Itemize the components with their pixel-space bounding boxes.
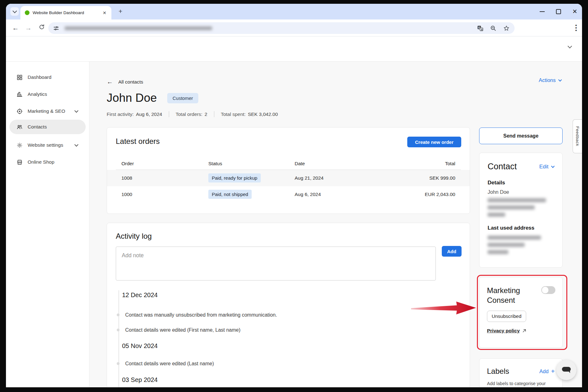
site-settings-icon[interactable]	[53, 25, 59, 31]
sidebar-item-website-settings[interactable]: Website settings	[6, 137, 89, 154]
sidebar-item-contacts[interactable]: Contacts	[9, 120, 86, 134]
marketing-consent-toggle[interactable]	[541, 286, 555, 294]
stat-label: Total spent:	[221, 112, 246, 117]
actions-dropdown[interactable]: Actions	[539, 77, 561, 83]
redacted-url	[65, 26, 212, 30]
toggle-knob	[542, 287, 548, 293]
tab-search-button[interactable]	[10, 7, 19, 16]
stat-label: Total orders:	[176, 112, 202, 117]
back-icon[interactable]: ←	[12, 24, 19, 32]
add-note-button[interactable]: Add	[442, 246, 462, 257]
maximize-button[interactable]	[556, 9, 561, 14]
tab-close-icon[interactable]: ✕	[102, 10, 107, 15]
sidebar-item-online-shop[interactable]: Online Shop	[6, 154, 89, 171]
sidebar-item-dashboard[interactable]: Dashboard	[6, 69, 89, 86]
column-header: Order	[121, 161, 134, 166]
minimize-button[interactable]	[539, 9, 545, 14]
privacy-policy-link[interactable]: Privacy policy	[487, 328, 520, 334]
close-button[interactable]: ✕	[572, 9, 578, 14]
redacted-city	[488, 213, 505, 217]
order-number: 1000	[121, 192, 132, 197]
settings-gear-icon	[17, 142, 23, 148]
browser-menu-icon[interactable]	[575, 24, 576, 32]
main-content: ← All contacts Actions John Doe Customer…	[89, 62, 582, 387]
send-message-button[interactable]: Send message	[479, 128, 563, 144]
create-new-order-button[interactable]: Create new order	[407, 137, 461, 147]
column-header: Date	[295, 161, 305, 166]
contact-card-title: Contact	[488, 162, 517, 172]
contact-card: Contact Edit Details John Doe Last used …	[479, 153, 563, 268]
activity-title: Activity log	[116, 232, 152, 241]
browser-window: Website Builder Dashboard ✕ + ✕ ← →	[6, 4, 582, 387]
site-favicon	[25, 10, 29, 15]
subscription-status-badge: Unsubscribed	[487, 311, 526, 322]
table-row[interactable]: 1000 Paid, not shipped Aug 6, 2024 EUR 2…	[107, 186, 470, 203]
customer-badge: Customer	[167, 93, 198, 103]
redacted-email	[488, 198, 546, 202]
breadcrumb-label[interactable]: All contacts	[118, 79, 143, 85]
chat-widget-button[interactable]	[556, 360, 576, 380]
bookmark-star-icon[interactable]	[503, 25, 510, 31]
labels-card: Labels Add + Add labels to categorise yo…	[479, 358, 563, 387]
shop-icon	[17, 159, 23, 165]
feedback-tab[interactable]: Feedback	[573, 119, 582, 153]
add-label-text[interactable]: Add	[539, 368, 548, 374]
activity-event: Contact was manually unsubscribed from m…	[125, 312, 277, 318]
sidebar-item-label: Website settings	[28, 142, 63, 148]
back-arrow-icon[interactable]: ←	[107, 78, 113, 85]
add-note-input[interactable]	[116, 247, 436, 280]
browser-tab[interactable]: Website Builder Dashboard ✕	[20, 6, 111, 19]
column-header: Total	[445, 161, 455, 166]
app-sidebar: Dashboard Analytics Marketing & SEO	[6, 62, 89, 387]
redacted-postal	[488, 243, 525, 247]
breadcrumb[interactable]: ← All contacts	[107, 78, 143, 85]
edit-contact-dropdown[interactable]: Edit	[539, 164, 554, 170]
table-row[interactable]: 1008 Paid, ready for pickup Aug 21, 2024…	[107, 170, 470, 186]
chevron-down-icon	[551, 164, 554, 168]
marketing-consent-title: Marketing Consent	[487, 286, 531, 305]
chat-bubble-icon	[561, 365, 572, 375]
external-link-icon	[522, 329, 527, 333]
sidebar-item-label: Dashboard	[28, 74, 51, 80]
stat-value: Aug 6, 2024	[136, 112, 162, 117]
dashboard-grid-icon	[17, 74, 23, 80]
labels-description: Add labels to categorise your	[487, 381, 555, 386]
sidebar-item-label: Analytics	[28, 91, 47, 97]
orders-table-header: Order Status Date Total	[107, 158, 470, 170]
sidebar-item-analytics[interactable]: Analytics	[6, 86, 89, 103]
url-bar[interactable]: G	[48, 22, 515, 34]
plus-icon: +	[551, 368, 555, 375]
forward-icon[interactable]: →	[25, 24, 32, 32]
reload-icon[interactable]	[39, 24, 45, 32]
actions-label[interactable]: Actions	[539, 77, 556, 83]
order-total: EUR 2,043.00	[425, 192, 455, 197]
orders-title: Latest orders	[116, 137, 160, 146]
sidebar-item-marketing-seo[interactable]: Marketing & SEO	[6, 103, 89, 120]
status-badge: Paid, not shipped	[208, 190, 252, 199]
timeline-dot	[117, 362, 120, 365]
details-heading: Details	[488, 180, 554, 186]
activity-event: Contact details were edited (Last name)	[125, 361, 214, 367]
sidebar-item-label: Online Shop	[28, 159, 54, 165]
page-title: John Doe	[107, 91, 157, 105]
translate-icon[interactable]: G	[477, 25, 483, 31]
browser-tabstrip: Website Builder Dashboard ✕ + ✕	[6, 4, 582, 19]
address-heading: Last used address	[488, 225, 554, 231]
new-tab-button[interactable]: +	[116, 8, 125, 16]
add-label-button[interactable]: Add +	[539, 368, 555, 375]
screenshot-root: Website Builder Dashboard ✕ + ✕ ← →	[0, 0, 588, 392]
chevron-down-icon	[12, 8, 17, 13]
chevron-down-icon	[74, 143, 78, 147]
chevron-down-icon	[74, 109, 78, 113]
order-total: SEK 999.00	[429, 175, 455, 181]
redacted-street	[488, 236, 541, 240]
zoom-icon[interactable]	[490, 25, 496, 31]
app-header	[6, 36, 582, 62]
timeline-line	[118, 290, 119, 387]
stat-label: First activity:	[107, 112, 134, 117]
collapse-chevron-icon[interactable]	[568, 44, 572, 48]
labels-title: Labels	[487, 367, 509, 376]
svg-text:G: G	[478, 26, 480, 29]
timeline-dot	[117, 313, 120, 316]
edit-label[interactable]: Edit	[539, 164, 548, 170]
